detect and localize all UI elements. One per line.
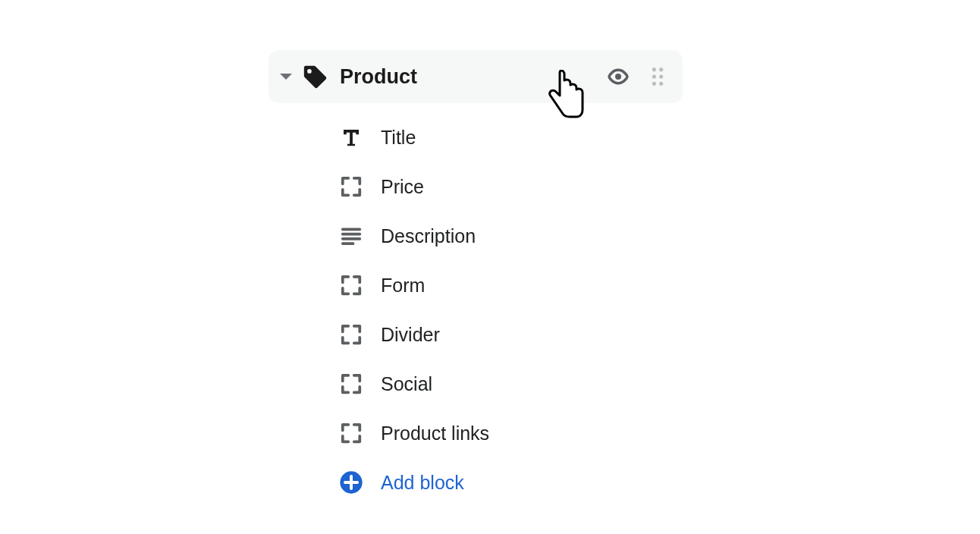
block-item-form[interactable]: Form xyxy=(338,265,683,306)
placeholder-icon xyxy=(338,371,364,397)
block-item-description[interactable]: Description xyxy=(338,215,683,256)
block-label: Divider xyxy=(381,324,440,346)
tag-icon xyxy=(302,64,328,90)
svg-point-0 xyxy=(307,69,312,74)
placeholder-icon xyxy=(338,272,364,298)
svg-point-1 xyxy=(615,74,621,80)
section-actions xyxy=(607,65,669,88)
block-item-price[interactable]: Price xyxy=(338,166,683,207)
svg-point-5 xyxy=(659,74,663,78)
text-icon xyxy=(338,124,364,150)
svg-point-3 xyxy=(659,68,663,71)
block-item-divider[interactable]: Divider xyxy=(338,314,683,355)
block-label: Social xyxy=(381,373,432,395)
svg-point-7 xyxy=(659,82,663,86)
block-label: Product links xyxy=(381,422,489,444)
visibility-toggle-icon[interactable] xyxy=(607,65,630,88)
add-block-label: Add block xyxy=(381,472,464,494)
block-list: Title Price Description xyxy=(269,103,683,503)
block-item-title[interactable]: Title xyxy=(338,117,683,158)
expand-chevron-icon[interactable] xyxy=(278,68,294,85)
drag-handle-icon[interactable] xyxy=(646,65,669,88)
placeholder-icon xyxy=(338,174,364,199)
svg-point-2 xyxy=(652,68,656,71)
plus-circle-icon xyxy=(338,470,364,495)
block-label: Title xyxy=(381,127,416,149)
block-label: Form xyxy=(381,275,425,297)
paragraph-icon xyxy=(338,223,364,249)
block-label: Description xyxy=(381,225,476,247)
add-block-button[interactable]: Add block xyxy=(338,462,683,503)
svg-point-4 xyxy=(652,74,656,78)
section-panel: Product xyxy=(269,50,683,511)
block-label: Price xyxy=(381,176,424,198)
placeholder-icon xyxy=(338,420,364,446)
section-label: Product xyxy=(340,65,607,89)
block-item-social[interactable]: Social xyxy=(338,363,683,404)
svg-point-6 xyxy=(652,82,656,86)
block-item-product-links[interactable]: Product links xyxy=(338,413,683,454)
placeholder-icon xyxy=(338,322,364,347)
section-header-product[interactable]: Product xyxy=(269,50,683,103)
